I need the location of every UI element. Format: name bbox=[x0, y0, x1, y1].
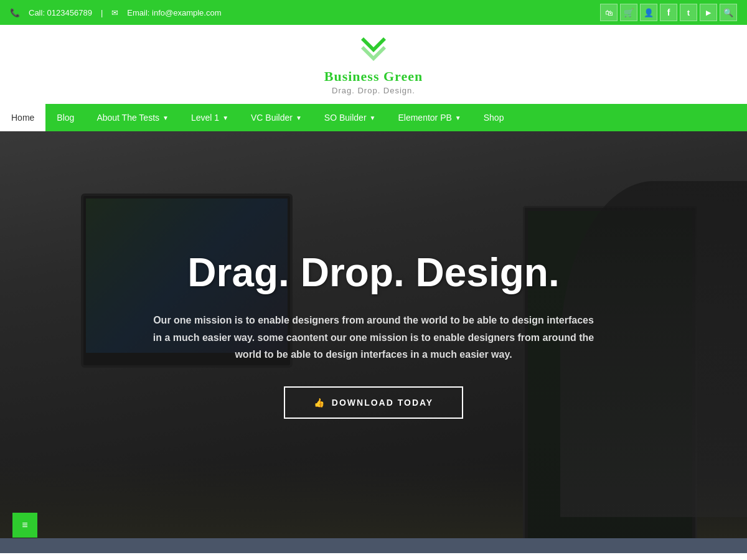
brand-name: Business Green bbox=[324, 68, 423, 85]
phone-text: Call: 0123456789 bbox=[29, 8, 92, 17]
nav-vc-builder[interactable]: VC Builder ▼ bbox=[240, 104, 313, 131]
hero-content: Drag. Drop. Design. Our one mission is t… bbox=[125, 251, 622, 419]
floating-menu-icon: ≡ bbox=[22, 520, 27, 531]
bag-icon[interactable]: 🛍 bbox=[600, 4, 618, 21]
email-icon: ✉ bbox=[111, 8, 118, 17]
hero-subtitle: Our one mission is to enable designers f… bbox=[149, 312, 598, 363]
top-bar-right: 🛍 🛒 👤 f t ▶ 🔍 bbox=[600, 4, 737, 21]
header: Business Green Drag. Drop. Design. bbox=[0, 25, 747, 104]
hero-title: Drag. Drop. Design. bbox=[149, 251, 598, 294]
nav-elementor-pb[interactable]: Elementor PB ▼ bbox=[387, 104, 472, 131]
vc-dropdown-arrow: ▼ bbox=[296, 114, 302, 121]
download-label: DOWNLOAD TODAY bbox=[332, 398, 433, 408]
search-icon[interactable]: 🔍 bbox=[720, 4, 737, 21]
brand-tagline: Drag. Drop. Design. bbox=[332, 86, 415, 95]
top-bar: 📞 Call: 0123456789 | ✉ Email: info@examp… bbox=[0, 0, 747, 25]
nav-home[interactable]: Home bbox=[0, 104, 45, 131]
twitter-icon[interactable]: t bbox=[680, 4, 697, 21]
top-bar-left: 📞 Call: 0123456789 | ✉ Email: info@examp… bbox=[10, 8, 222, 17]
separator: | bbox=[101, 8, 103, 17]
about-dropdown-arrow: ▼ bbox=[162, 114, 169, 121]
cart-icon[interactable]: 🛒 bbox=[620, 4, 637, 21]
nav-blog[interactable]: Blog bbox=[45, 104, 85, 131]
navbar: Home Blog About The Tests ▼ Level 1 ▼ VC… bbox=[0, 104, 747, 131]
logo-icon bbox=[357, 36, 390, 66]
elementor-dropdown-arrow: ▼ bbox=[455, 114, 461, 121]
phone-icon: 📞 bbox=[10, 8, 20, 17]
nav-shop[interactable]: Shop bbox=[472, 104, 515, 131]
footer-strip bbox=[0, 538, 747, 553]
nav-so-builder[interactable]: SO Builder ▼ bbox=[313, 104, 387, 131]
nav-about-the-tests[interactable]: About The Tests ▼ bbox=[85, 104, 180, 131]
so-dropdown-arrow: ▼ bbox=[370, 114, 376, 121]
nav-level1[interactable]: Level 1 ▼ bbox=[180, 104, 240, 131]
download-icon: 👍 bbox=[314, 398, 326, 408]
user-icon[interactable]: 👤 bbox=[640, 4, 657, 21]
floating-menu-button[interactable]: ≡ bbox=[12, 513, 37, 538]
facebook-icon[interactable]: f bbox=[660, 4, 677, 21]
download-button[interactable]: 👍 DOWNLOAD TODAY bbox=[284, 386, 463, 419]
email-text: Email: info@example.com bbox=[127, 8, 221, 17]
level1-dropdown-arrow: ▼ bbox=[222, 114, 228, 121]
youtube-icon[interactable]: ▶ bbox=[700, 4, 717, 21]
hero-section: Drag. Drop. Design. Our one mission is t… bbox=[0, 131, 747, 538]
